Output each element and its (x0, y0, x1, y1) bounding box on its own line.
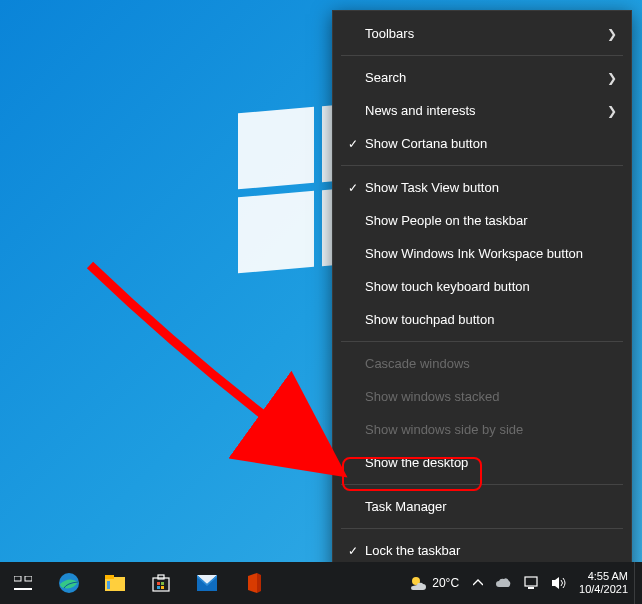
menu-item-label: Show touch keyboard button (365, 279, 617, 294)
menu-item-show-windows-side-by-side: Show windows side by side (333, 413, 631, 446)
clock-date: 10/4/2021 (579, 583, 628, 596)
menu-item-search[interactable]: Search❯ (333, 61, 631, 94)
menu-item-label: Show Task View button (365, 180, 617, 195)
svg-rect-18 (157, 582, 160, 585)
check-icon: ✓ (341, 137, 365, 151)
desktop: Toolbars❯Search❯News and interests❯✓Show… (0, 0, 642, 604)
menu-item-show-touch-keyboard-button[interactable]: Show touch keyboard button (333, 270, 631, 303)
clock-time: 4:55 AM (588, 570, 628, 583)
annotation-arrow (75, 255, 375, 505)
taskbar[interactable]: 20°C 4:55 AM 10/4/2021 (0, 562, 642, 604)
menu-item-show-the-desktop[interactable]: Show the desktop (333, 446, 631, 479)
show-desktop-button[interactable] (634, 562, 640, 604)
weather-icon (409, 574, 427, 592)
chevron-right-icon: ❯ (607, 71, 617, 85)
svg-rect-9 (14, 576, 21, 581)
menu-separator (341, 165, 623, 166)
menu-item-show-windows-ink-workspace-button[interactable]: Show Windows Ink Workspace button (333, 237, 631, 270)
menu-item-show-windows-stacked: Show windows stacked (333, 380, 631, 413)
onedrive-tray-icon[interactable] (489, 562, 517, 604)
weather-widget[interactable]: 20°C (401, 562, 467, 604)
menu-item-label: Toolbars (365, 26, 607, 41)
svg-rect-25 (528, 587, 534, 589)
menu-separator (341, 484, 623, 485)
svg-rect-11 (14, 588, 32, 590)
menu-item-label: Lock the taskbar (365, 543, 617, 558)
chevron-right-icon: ❯ (607, 104, 617, 118)
menu-separator (341, 55, 623, 56)
menu-item-label: Search (365, 70, 607, 85)
edge-browser-button[interactable] (46, 562, 92, 604)
menu-item-label: Show Windows Ink Workspace button (365, 246, 617, 261)
menu-item-show-touchpad-button[interactable]: Show touchpad button (333, 303, 631, 336)
menu-separator (341, 528, 623, 529)
svg-rect-19 (161, 582, 164, 585)
menu-item-toolbars[interactable]: Toolbars❯ (333, 17, 631, 50)
network-tray-icon[interactable] (517, 562, 545, 604)
svg-rect-20 (157, 586, 160, 589)
clock-tray[interactable]: 4:55 AM 10/4/2021 (573, 562, 634, 604)
chevron-right-icon: ❯ (607, 27, 617, 41)
microsoft-store-button[interactable] (138, 562, 184, 604)
menu-item-label: Show People on the taskbar (365, 213, 617, 228)
menu-item-show-cortana-button[interactable]: ✓Show Cortana button (333, 127, 631, 160)
menu-item-label: Show Cortana button (365, 136, 617, 151)
file-explorer-button[interactable] (92, 562, 138, 604)
menu-item-label: Show windows side by side (365, 422, 617, 437)
svg-rect-15 (107, 581, 110, 589)
svg-rect-24 (525, 577, 537, 586)
menu-item-news-and-interests[interactable]: News and interests❯ (333, 94, 631, 127)
menu-item-show-people-on-the-taskbar[interactable]: Show People on the taskbar (333, 204, 631, 237)
menu-separator (341, 341, 623, 342)
svg-rect-21 (161, 586, 164, 589)
volume-tray-icon[interactable] (545, 562, 573, 604)
tray-overflow-button[interactable] (467, 562, 489, 604)
weather-temp: 20°C (432, 576, 459, 590)
task-view-button[interactable] (0, 562, 46, 604)
menu-item-cascade-windows: Cascade windows (333, 347, 631, 380)
svg-rect-10 (25, 576, 32, 581)
taskbar-context-menu: Toolbars❯Search❯News and interests❯✓Show… (332, 10, 632, 604)
svg-rect-17 (158, 575, 164, 579)
svg-rect-14 (105, 575, 114, 579)
menu-item-label: Show windows stacked (365, 389, 617, 404)
menu-item-task-manager[interactable]: Task Manager (333, 490, 631, 523)
check-icon: ✓ (341, 181, 365, 195)
mail-app-button[interactable] (184, 562, 230, 604)
check-icon: ✓ (341, 544, 365, 558)
menu-item-label: Task Manager (365, 499, 617, 514)
office-app-button[interactable] (230, 562, 276, 604)
menu-item-label: Show touchpad button (365, 312, 617, 327)
menu-item-label: Show the desktop (365, 455, 617, 470)
menu-item-show-task-view-button[interactable]: ✓Show Task View button (333, 171, 631, 204)
menu-item-label: Cascade windows (365, 356, 617, 371)
menu-item-label: News and interests (365, 103, 607, 118)
